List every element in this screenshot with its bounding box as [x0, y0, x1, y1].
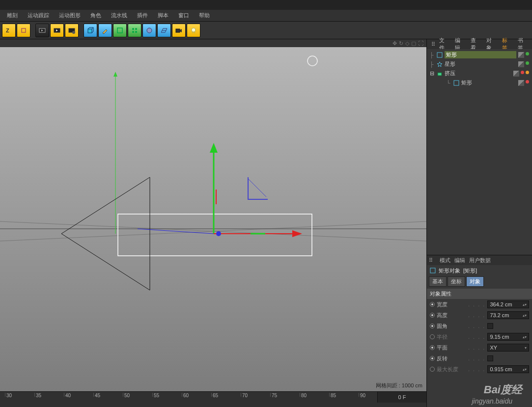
menu-窗口[interactable]: 窗口	[173, 10, 194, 21]
tool-render-region[interactable]	[50, 24, 64, 37]
attr-宽度: 宽度. . . .364.2 cm▴▾	[427, 299, 532, 310]
attr-label: 高度	[437, 312, 466, 319]
tick-55: 55	[152, 393, 159, 397]
attr-半径: 半径. . . .9.15 cm▴▾	[427, 331, 532, 342]
tool-render-settings[interactable]	[65, 24, 79, 37]
tool-pen[interactable]	[98, 24, 112, 37]
title-bar	[0, 0, 532, 10]
tool-axis[interactable]	[17, 24, 30, 37]
menu-角色[interactable]: 角色	[85, 10, 106, 21]
object-tree[interactable]: ├矩形├星形⊟挤压└矩形	[427, 49, 532, 255]
radio-icon	[430, 324, 435, 328]
attr-label: 半径	[437, 333, 466, 341]
svg-rect-41	[437, 53, 442, 57]
menu-流水线[interactable]: 流水线	[106, 10, 132, 21]
tree-label: 矩形	[445, 51, 516, 58]
menu-雕刻[interactable]: 雕刻	[2, 10, 23, 21]
tree-row-0[interactable]: ├矩形	[428, 50, 531, 59]
tool-cube[interactable]	[84, 24, 97, 37]
tree-tags[interactable]	[518, 61, 531, 67]
svg-rect-21	[176, 29, 180, 32]
radio-icon	[430, 302, 435, 307]
menu-帮助[interactable]: 帮助	[194, 10, 215, 21]
attr-menu-2[interactable]: 用户数据	[469, 257, 491, 264]
vp-max-icon[interactable]: ⛶	[418, 40, 423, 46]
attr-input[interactable]: 364.2 cm▴▾	[487, 300, 529, 308]
attr-最大长度: 最大长度. . . .0.915 cm▴▾	[427, 364, 532, 375]
attr-checkbox[interactable]	[487, 323, 493, 329]
tick-50: 50	[123, 393, 130, 397]
grid-status: 网格间距 : 1000 cm	[376, 382, 422, 389]
tab-对象[interactable]: 对象	[466, 276, 484, 287]
svg-text:Z: Z	[6, 27, 9, 33]
tab-基本[interactable]: 基本	[429, 276, 447, 287]
tree-tags[interactable]	[518, 52, 531, 58]
svg-rect-1	[22, 28, 26, 32]
viewport-controls: ✥ ↻ ◇ ▢ ⛶	[0, 39, 426, 47]
radio-icon	[430, 367, 435, 372]
attr-label: 最大长度	[437, 366, 466, 373]
svg-rect-31	[118, 214, 312, 256]
attr-input[interactable]: 0.915 cm▴▾	[487, 365, 529, 373]
time-current[interactable]: 0 F	[377, 392, 426, 403]
svg-point-19	[147, 28, 152, 33]
tick-40: 40	[64, 393, 71, 397]
tool-render-frame[interactable]	[35, 24, 49, 37]
attr-label: 平面	[437, 344, 466, 352]
tool-camera[interactable]	[172, 24, 186, 37]
attr-menu-0[interactable]: 模式	[440, 257, 450, 264]
svg-point-18	[135, 31, 137, 33]
radio-icon	[430, 356, 435, 361]
menu-运动图形[interactable]: 运动图形	[54, 10, 85, 21]
svg-marker-30	[113, 72, 117, 77]
tool-deformer[interactable]	[142, 24, 156, 37]
attr-input[interactable]: 9.15 cm▴▾	[487, 333, 529, 341]
vp-zoom-icon[interactable]: ◇	[405, 40, 409, 47]
vp-move-icon[interactable]: ✥	[392, 40, 397, 47]
tool-undo[interactable]: Z	[2, 24, 16, 37]
tick-85: 85	[329, 393, 336, 397]
attr-input[interactable]: 73.2 cm▴▾	[487, 311, 529, 319]
tree-row-2[interactable]: ⊟挤压	[428, 69, 531, 78]
attr-平面: 平面. . . .XY▾	[427, 342, 532, 353]
tick-45: 45	[93, 393, 100, 397]
svg-marker-33	[210, 143, 218, 153]
menu-运动跟踪[interactable]: 运动跟踪	[23, 10, 54, 21]
viewport[interactable]: 网格间距 : 1000 cm	[0, 47, 426, 391]
timeline[interactable]: 30354045505560657075808590 0 F	[0, 391, 426, 407]
object-panel-menu: ⠿ 文件编辑查看对象标签书签	[427, 39, 532, 49]
vp-rotate-icon[interactable]: ↻	[399, 40, 403, 47]
svg-point-16	[135, 28, 137, 30]
tree-icon	[453, 80, 459, 86]
svg-rect-8	[88, 29, 92, 33]
menu-插件[interactable]: 插件	[132, 10, 153, 21]
main-menu: 雕刻运动跟踪运动图形角色流水线插件脚本窗口帮助	[0, 10, 532, 22]
tick-80: 80	[300, 393, 307, 397]
tree-tags[interactable]	[518, 80, 531, 86]
svg-point-17	[132, 31, 134, 33]
radio-icon	[430, 334, 435, 339]
attr-dropdown[interactable]: XY▾	[487, 344, 529, 352]
svg-marker-42	[437, 62, 442, 67]
svg-point-15	[132, 28, 134, 30]
tree-tags[interactable]	[513, 71, 531, 77]
tool-light[interactable]	[187, 24, 200, 37]
attr-menu-1[interactable]: 编辑	[454, 257, 465, 264]
tool-array[interactable]	[128, 24, 141, 37]
tree-row-1[interactable]: ├星形	[428, 59, 531, 69]
tree-row-3[interactable]: └矩形	[428, 78, 531, 87]
attr-checkbox[interactable]	[487, 355, 493, 361]
tool-floor[interactable]	[157, 24, 171, 37]
menu-脚本[interactable]: 脚本	[153, 10, 173, 21]
svg-point-39	[216, 231, 221, 236]
svg-rect-43	[438, 73, 442, 76]
attr-tabs: 基本坐标对象	[427, 276, 532, 287]
tick-70: 70	[241, 393, 248, 397]
svg-point-7	[72, 31, 75, 34]
object-title: 矩形对象 [矩形]	[427, 265, 532, 276]
attr-label: 圆角	[437, 323, 466, 330]
vp-frame-icon[interactable]: ▢	[411, 40, 416, 47]
tool-nurbs[interactable]	[113, 24, 127, 37]
tab-坐标[interactable]: 坐标	[448, 276, 465, 287]
svg-marker-22	[180, 29, 182, 32]
